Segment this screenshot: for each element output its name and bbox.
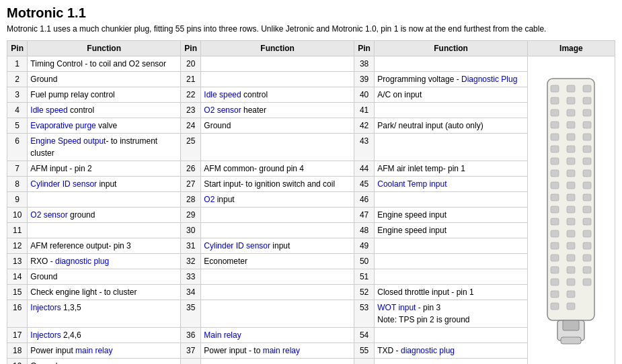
function-cell xyxy=(28,191,181,207)
col-header-pin1: Pin xyxy=(7,40,28,56)
pin-cell: 38 xyxy=(354,56,374,71)
svg-rect-5 xyxy=(551,134,559,140)
function-cell xyxy=(201,284,354,300)
pin-cell: 15 xyxy=(7,284,28,300)
table-row: 15Check engine light - to cluster3452Clo… xyxy=(7,284,615,300)
table-row: 3Fuel pump relay control22Idle speed con… xyxy=(7,87,615,102)
pin-table: Pin Function Pin Function Pin Function I… xyxy=(7,40,615,364)
svg-rect-50 xyxy=(583,218,591,225)
col-header-pin3: Pin xyxy=(354,40,374,56)
pin-cell: 43 xyxy=(354,133,374,161)
pin-cell: 33 xyxy=(180,269,200,284)
table-row: 1Timing Control - to coil and O2 sensor2… xyxy=(7,56,615,71)
pin-cell: 6 xyxy=(7,133,28,161)
function-cell: Idle speed control xyxy=(201,87,354,102)
pin-cell: 29 xyxy=(180,207,200,222)
table-row: 18Power input main relay37Power input - … xyxy=(7,343,615,358)
function-cell xyxy=(201,133,354,161)
pin-cell: 20 xyxy=(180,56,200,71)
pin-cell: 5 xyxy=(7,118,28,133)
pin-cell: 26 xyxy=(180,161,200,176)
svg-rect-31 xyxy=(567,218,575,225)
pin-cell: 42 xyxy=(354,118,374,133)
pin-cell: 16 xyxy=(7,300,28,327)
function-cell: TXD - diagnostic plug xyxy=(375,343,528,358)
svg-rect-30 xyxy=(567,206,575,213)
pin-cell: 23 xyxy=(180,102,200,118)
function-cell: O2 sensor ground xyxy=(28,207,181,222)
pin-cell: 28 xyxy=(180,191,200,207)
pin-cell: 47 xyxy=(354,207,374,222)
pin-cell: 52 xyxy=(354,284,374,300)
pin-cell: 45 xyxy=(354,176,374,191)
table-row: 6Engine Speed output- to instrument clus… xyxy=(7,133,615,161)
pin-cell: 3 xyxy=(7,87,28,102)
svg-rect-38 xyxy=(567,303,575,310)
svg-rect-15 xyxy=(551,255,559,261)
svg-rect-52 xyxy=(583,242,591,249)
function-cell xyxy=(201,358,354,364)
pin-cell: 37 xyxy=(180,343,200,358)
svg-rect-23 xyxy=(567,122,575,128)
pin-cell: 21 xyxy=(180,71,200,87)
svg-rect-4 xyxy=(551,122,559,128)
col-header-pin2: Pin xyxy=(180,40,200,56)
svg-rect-22 xyxy=(567,109,575,116)
function-cell: AFM air inlet temp- pin 1 xyxy=(375,161,528,176)
function-cell xyxy=(375,358,528,364)
pin-cell: 36 xyxy=(180,327,200,343)
svg-rect-9 xyxy=(551,182,559,189)
pin-cell: 10 xyxy=(7,207,28,222)
svg-rect-16 xyxy=(551,267,559,273)
function-cell xyxy=(375,102,528,118)
pin-cell: 35 xyxy=(180,300,200,327)
svg-rect-41 xyxy=(583,109,591,116)
svg-rect-51 xyxy=(583,230,591,237)
col-header-image: Image xyxy=(527,40,615,56)
pin-cell: 54 xyxy=(354,327,374,343)
function-cell: Ground xyxy=(28,358,181,364)
page-container: Motronic 1.1 Motronic 1.1 uses a much ch… xyxy=(0,0,622,364)
pin-cell: 24 xyxy=(180,118,200,133)
table-row: 5Evaporative purge valve24Ground42Park/ … xyxy=(7,118,615,133)
svg-rect-1 xyxy=(551,85,559,92)
svg-rect-21 xyxy=(567,97,575,104)
pin-cell: 39 xyxy=(354,71,374,87)
connector-image-cell xyxy=(527,56,615,364)
svg-rect-54 xyxy=(583,267,591,273)
pin-cell: 48 xyxy=(354,222,374,238)
pin-cell: 49 xyxy=(354,238,374,253)
svg-rect-19 xyxy=(551,303,559,310)
function-cell xyxy=(375,238,528,253)
function-cell xyxy=(201,56,354,71)
svg-rect-10 xyxy=(551,194,559,201)
svg-rect-12 xyxy=(551,218,559,225)
pin-cell: 32 xyxy=(180,253,200,269)
svg-rect-6 xyxy=(551,146,559,152)
function-cell xyxy=(375,253,528,269)
svg-rect-7 xyxy=(551,158,559,165)
function-cell: WOT input - pin 3Note: TPS pin 2 is grou… xyxy=(375,300,528,327)
pin-cell: 11 xyxy=(7,222,28,238)
function-cell: Start input- to ignition switch and coil xyxy=(201,176,354,191)
function-cell: Closed throttle input - pin 1 xyxy=(375,284,528,300)
function-cell: AFM common- ground pin 4 xyxy=(201,161,354,176)
table-row: 17Injectors 2,4,636Main relay54 xyxy=(7,327,615,343)
svg-rect-44 xyxy=(583,146,591,152)
pin-cell: 22 xyxy=(180,87,200,102)
svg-rect-36 xyxy=(567,279,575,285)
connector-image xyxy=(537,72,605,354)
svg-rect-18 xyxy=(551,291,559,298)
function-cell: Evaporative purge valve xyxy=(28,118,181,133)
page-title: Motronic 1.1 xyxy=(7,5,615,21)
function-cell xyxy=(201,71,354,87)
pin-cell: 1 xyxy=(7,56,28,71)
pin-cell: 46 xyxy=(354,191,374,207)
pin-cell: 9 xyxy=(7,191,28,207)
pin-cell: 17 xyxy=(7,327,28,343)
pin-cell: 25 xyxy=(180,133,200,161)
svg-rect-46 xyxy=(583,170,591,177)
function-cell: Cylinder ID sensor input xyxy=(28,176,181,191)
svg-rect-34 xyxy=(567,255,575,261)
function-cell: RXO - diagnostic plug xyxy=(28,253,181,269)
